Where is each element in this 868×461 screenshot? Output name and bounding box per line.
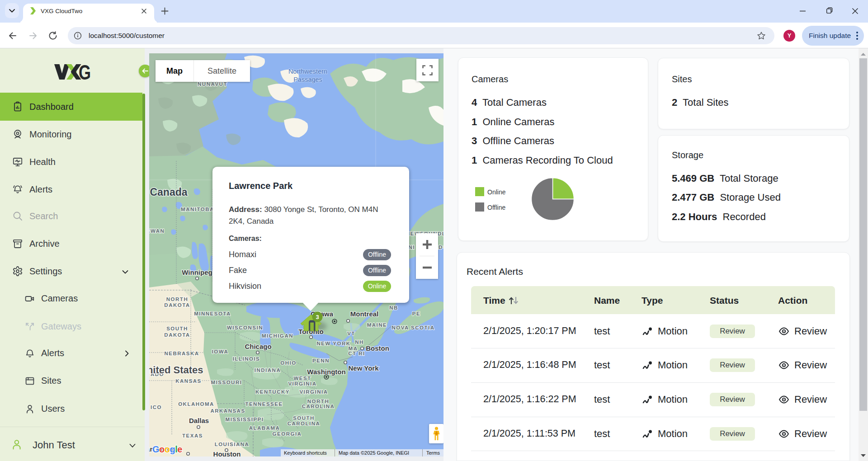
svg-text:NOVA SCOTIA: NOVA SCOTIA (392, 325, 434, 330)
svg-text:Canada: Canada (150, 186, 187, 198)
svg-text:PENN: PENN (312, 358, 330, 363)
svg-text:ICO: ICO (151, 405, 162, 410)
svg-text:VIRGINIA: VIRGINIA (299, 389, 328, 395)
svg-text:3: 3 (316, 314, 319, 320)
svg-text:EWAN: EWAN (149, 228, 165, 234)
svg-text:MINNESOTA: MINNESOTA (194, 311, 231, 316)
svg-text:Northwestern: Northwestern (288, 68, 327, 75)
svg-text:MANITOBA: MANITOBA (181, 207, 214, 212)
svg-text:WISCONSIN: WISCONSIN (227, 325, 263, 330)
svg-text:MAINE: MAINE (367, 322, 387, 328)
svg-text:PE: PE (412, 311, 420, 316)
svg-text:Chicago: Chicago (245, 343, 271, 350)
svg-text:MISSISSIPPI: MISSISSIPPI (226, 417, 264, 422)
svg-text:NB: NB (389, 305, 398, 310)
svg-text:INDIANA: INDIANA (255, 367, 281, 373)
svg-text:OKLAHOMA: OKLAHOMA (178, 401, 214, 407)
svg-text:VT: VT (347, 331, 355, 336)
svg-text:TEXAS: TEXAS (182, 433, 203, 438)
svg-text:WEST: WEST (293, 376, 311, 381)
svg-text:GEORGIA: GEORGIA (273, 431, 302, 437)
svg-text:New York: New York (349, 364, 379, 372)
svg-text:Passages: Passages (293, 76, 322, 83)
svg-text:Dallas: Dallas (189, 417, 209, 424)
svg-text:Winnipeg: Winnipeg (182, 268, 212, 276)
svg-text:CAROLINA: CAROLINA (288, 421, 321, 426)
svg-text:VIRGINIA: VIRGINIA (288, 381, 316, 386)
svg-text:LOUISIANA: LOUISIANA (215, 442, 250, 447)
svg-text:SOUTH: SOUTH (166, 326, 188, 331)
svg-text:CT RI: CT RI (348, 351, 365, 356)
svg-text:MICHIGAN: MICHIGAN (262, 333, 293, 339)
svg-text:ALABAMA: ALABAMA (249, 425, 280, 431)
svg-text:NH: NH (355, 339, 364, 345)
svg-text:G: G (79, 64, 91, 80)
svg-text:Boston: Boston (366, 344, 389, 352)
svg-text:NORTH: NORTH (166, 296, 188, 302)
svg-text:OHIO: OHIO (280, 360, 296, 366)
svg-text:DAKOTA: DAKOTA (164, 302, 190, 308)
svg-text:NEW YORK: NEW YORK (316, 341, 350, 346)
svg-text:SOUTH: SOUTH (293, 415, 315, 421)
svg-text:CAROLINA: CAROLINA (302, 404, 335, 409)
svg-text:TENNESSEE: TENNESSEE (245, 401, 283, 407)
svg-text:KANSAS: KANSAS (175, 378, 202, 384)
svg-text:IOWA: IOWA (212, 349, 229, 354)
svg-text:MISSOURI: MISSOURI (211, 380, 242, 385)
svg-text:United States: United States (149, 364, 203, 376)
svg-text:NUNAVUT: NUNAVUT (198, 81, 227, 87)
svg-text:NEBRASKA: NEBRASKA (164, 351, 199, 356)
svg-text:DAKOTA: DAKOTA (164, 332, 190, 338)
svg-text:Montreal: Montreal (350, 310, 379, 318)
svg-text:ARKANSAS: ARKANSAS (210, 408, 245, 414)
svg-text:KENTUCKY: KENTUCKY (255, 389, 290, 395)
svg-text:ILLINOIS: ILLINOIS (233, 356, 260, 362)
svg-text:Google: Google (152, 444, 182, 454)
